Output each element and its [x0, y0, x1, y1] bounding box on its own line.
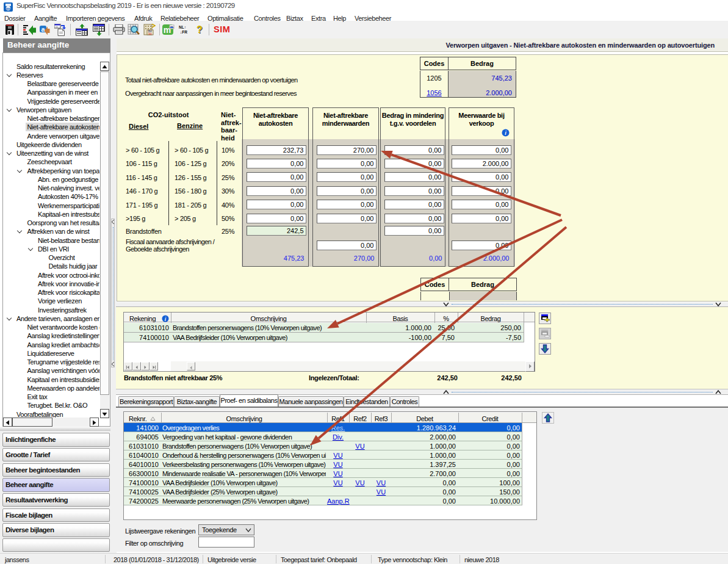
svg-text:tax: tax — [148, 32, 153, 35]
svg-text:↓FR: ↓FR — [180, 30, 187, 34]
svg-text:a: a — [41, 26, 45, 33]
svg-text:NL↑: NL↑ — [179, 25, 186, 29]
svg-text:tax: tax — [6, 7, 10, 10]
